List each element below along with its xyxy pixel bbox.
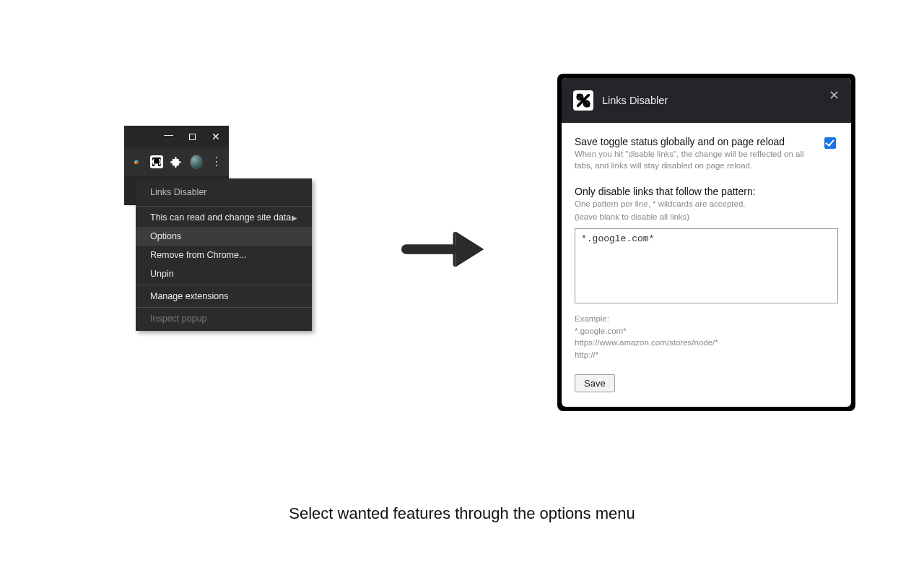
window-close-icon[interactable]: ✕ xyxy=(212,131,220,142)
dialog-header: Links Disabler ✕ xyxy=(562,78,851,123)
svg-rect-0 xyxy=(401,244,458,254)
submenu-caret-icon: ▶ xyxy=(292,214,297,222)
links-disabler-extension-icon[interactable] xyxy=(150,155,163,168)
window-maximize-icon[interactable] xyxy=(189,134,196,140)
context-menu-title: Links Disabler xyxy=(136,183,312,204)
menu-item-label: Manage extensions xyxy=(150,291,228,301)
menu-item-label: Inspect popup xyxy=(150,314,207,324)
example-label: Example: xyxy=(575,313,838,325)
save-toggle-checkbox[interactable] xyxy=(824,137,836,149)
menu-item-label: Remove from Chrome... xyxy=(150,250,246,260)
menu-item-inspect-popup[interactable]: Inspect popup xyxy=(136,309,312,328)
links-disabler-logo-icon xyxy=(573,90,593,111)
example-line: http://* xyxy=(575,349,838,361)
option-save-toggle: Save toggle status globally and on page … xyxy=(575,136,838,171)
option-description: One pattern per line, * wildcards are ac… xyxy=(575,199,820,210)
example-line: *.google.com* xyxy=(575,325,838,337)
page-background-strip xyxy=(217,329,235,345)
menu-item-unpin[interactable]: Unpin xyxy=(136,264,312,283)
browser-toolbar xyxy=(124,147,229,176)
options-dialog-frame: Links Disabler ✕ Save toggle status glob… xyxy=(557,74,855,411)
menu-item-site-data[interactable]: This can read and change site data ▶ xyxy=(136,208,312,227)
option-title: Only disable links that follow the patte… xyxy=(575,186,838,197)
menu-item-remove[interactable]: Remove from Chrome... xyxy=(136,246,312,264)
patterns-textarea[interactable] xyxy=(575,228,838,303)
dialog-title: Links Disabler xyxy=(602,95,668,106)
menu-separator xyxy=(136,285,312,285)
extensions-puzzle-icon[interactable] xyxy=(170,155,183,168)
profile-avatar[interactable] xyxy=(190,155,203,168)
option-patterns-section: Only disable links that follow the patte… xyxy=(575,186,838,392)
patterns-example: Example: *.google.com* https://www.amazo… xyxy=(575,313,838,361)
options-dialog: Links Disabler ✕ Save toggle status glob… xyxy=(562,78,851,407)
arrow-right-icon xyxy=(401,228,486,269)
figure-caption: Select wanted features through the optio… xyxy=(0,504,924,523)
menu-item-label: This can read and change site data xyxy=(150,212,291,223)
dialog-body: Save toggle status globally and on page … xyxy=(562,123,851,407)
option-description: When you hit "disable links", the change… xyxy=(575,149,814,171)
menu-item-label: Unpin xyxy=(150,269,174,279)
window-minimize-icon[interactable]: — xyxy=(164,130,173,139)
option-description: (leave blank to disable all links) xyxy=(575,212,820,223)
option-title: Save toggle status globally and on page … xyxy=(575,136,814,147)
window-controls: — ✕ xyxy=(124,126,229,147)
sync-status-icon[interactable] xyxy=(130,155,143,168)
menu-separator xyxy=(136,307,312,308)
dialog-close-icon[interactable]: ✕ xyxy=(827,88,841,103)
menu-separator xyxy=(136,206,312,207)
extension-context-menu: Links Disabler This can read and change … xyxy=(136,178,312,331)
menu-item-options[interactable]: Options xyxy=(136,227,312,246)
menu-item-label: Options xyxy=(150,231,181,241)
chrome-menu-icon[interactable] xyxy=(210,155,223,168)
menu-item-manage-extensions[interactable]: Manage extensions xyxy=(136,287,312,306)
example-line: https://www.amazon.com/stores/node/* xyxy=(575,337,838,349)
save-button[interactable]: Save xyxy=(575,374,615,392)
